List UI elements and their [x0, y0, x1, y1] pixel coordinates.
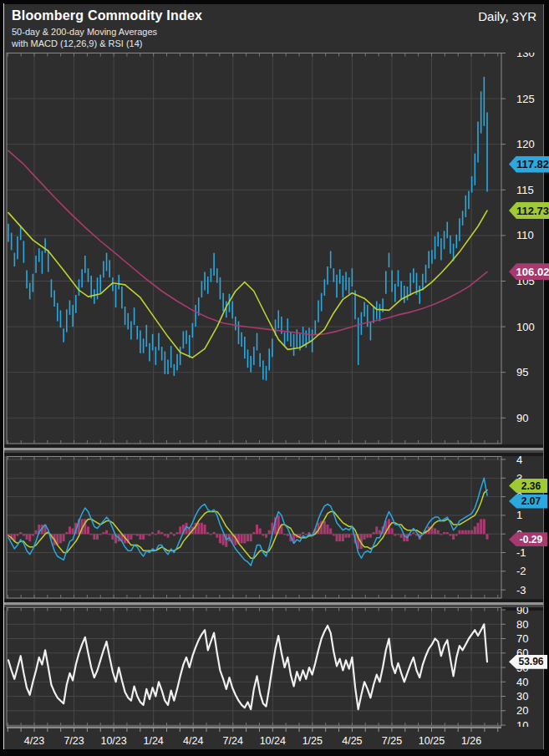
- y-axis-tick-label: -2: [516, 565, 526, 577]
- y-axis-tick-label: 125: [516, 93, 535, 105]
- price-bars: [8, 77, 487, 381]
- chart-subtitle-ma: 50-day & 200-day Moving Averages: [12, 27, 157, 37]
- x-axis-tick-label: 7/25: [382, 735, 402, 747]
- window-left-border: [3, 3, 4, 749]
- ma50-value-tag: 112.73: [509, 202, 549, 219]
- chart-subtitle-ind: with MACD (12,26,9) & RSI (14): [12, 38, 143, 48]
- ma200-value-tag: 106.02: [509, 263, 549, 280]
- x-axis-tick-label: 1/24: [143, 735, 163, 747]
- y-axis-tick-label: 115: [516, 184, 534, 196]
- panel-frame: [7, 53, 501, 444]
- rsi-chart-canvas[interactable]: 908070605040302010: [4, 607, 543, 727]
- rsi-value-tag: 53.96: [509, 655, 547, 669]
- window-right-border: [543, 4, 544, 749]
- x-axis-line: [7, 728, 501, 732]
- macd-histogram-tag: -0.29: [509, 532, 547, 546]
- x-axis-tick-label: 10/23: [100, 735, 126, 747]
- y-axis-tick-label: 90: [516, 607, 528, 616]
- x-axis-tick-label: 1/25: [302, 735, 323, 747]
- y-axis-tick-label: 90: [516, 412, 528, 424]
- grid-lines: [7, 53, 501, 444]
- y-axis-tick-label: -3: [516, 584, 526, 596]
- y-axis-tick-label: 40: [516, 676, 528, 688]
- price-chart-canvas[interactable]: 1301251201151101051009590: [4, 53, 543, 444]
- ma200-line: [8, 150, 487, 335]
- y-axis-tick-label: 4: [516, 456, 522, 466]
- x-axis: 4/237/2310/231/244/247/2410/241/254/257/…: [4, 727, 543, 749]
- y-axis-labels: 1301251201151101051009590: [501, 53, 535, 424]
- y-axis-tick-label: 95: [516, 366, 528, 378]
- x-axis-tick-label: 10/25: [419, 735, 445, 747]
- macd-value-tag: 2.07: [509, 495, 547, 509]
- y-axis-tick-label: 100: [516, 321, 535, 333]
- y-axis-tick-label: 30: [516, 690, 528, 703]
- minor-month-ticks: [8, 608, 497, 727]
- y-axis-tick-label: 1: [516, 509, 522, 521]
- panel-frame: [7, 608, 501, 727]
- y-axis-tick-label: -1: [516, 546, 526, 559]
- panel-divider-1: [4, 444, 543, 456]
- y-axis-labels: 43210-1-2-3: [501, 456, 526, 596]
- y-axis-tick-label: 130: [516, 53, 535, 59]
- timeframe-label[interactable]: Daily, 3YR: [478, 9, 536, 23]
- x-axis-tick-label: 1/26: [461, 735, 481, 747]
- chart-title: Bloomberg Commodity Index: [12, 8, 202, 23]
- chart-window: Bloomberg Commodity Index Daily, 3YR 50-…: [0, 0, 549, 756]
- macd-chart-canvas[interactable]: 43210-1-2-3: [4, 456, 543, 599]
- chart-content-area: Bloomberg Commodity Index Daily, 3YR 50-…: [4, 4, 543, 749]
- x-axis-tick-label: 4/23: [24, 735, 44, 747]
- y-axis-tick-label: 110: [516, 229, 534, 241]
- x-axis-tick-label: 4/24: [183, 735, 203, 747]
- ma50-line: [8, 211, 487, 358]
- minor-month-ticks: [8, 53, 497, 444]
- macd-signal-tag: 2.36: [509, 479, 547, 493]
- last-price-tag: 117.82: [509, 156, 549, 173]
- x-axis-tick-label: 7/24: [223, 735, 243, 747]
- grid-lines: [7, 608, 501, 726]
- y-axis-tick-label: 10: [516, 719, 528, 727]
- x-axis-tick-label: 4/25: [342, 735, 362, 747]
- y-axis-tick-label: 80: [516, 618, 528, 631]
- y-axis-tick-label: 120: [516, 138, 535, 150]
- y-axis-tick-label: 20: [516, 704, 528, 717]
- x-axis-tick-label: 7/23: [64, 735, 84, 747]
- y-axis-tick-label: 70: [516, 632, 528, 645]
- x-axis-tick-label: 10/24: [260, 735, 286, 747]
